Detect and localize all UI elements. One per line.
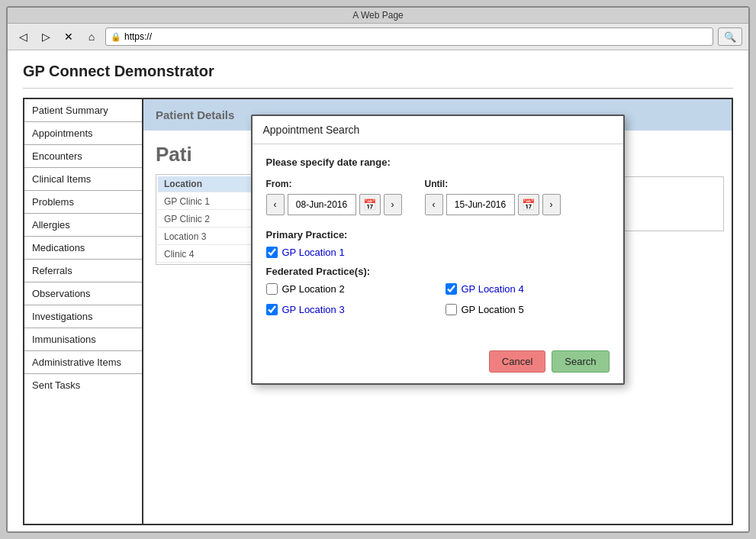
federated-location-2: GP Location 2: [266, 283, 430, 295]
modal-title: Appointment Search: [253, 116, 623, 144]
federated-location-4: GP Location 4: [446, 283, 610, 295]
until-next-button[interactable]: ›: [542, 194, 561, 215]
until-date-input[interactable]: [446, 194, 515, 215]
from-label: From:: [266, 179, 402, 189]
primary-location-item: GP Location 1: [266, 247, 610, 258]
main-area: Patient Details Pati Location GP Clinic …: [143, 98, 733, 525]
close-button[interactable]: ✕: [60, 27, 78, 46]
sidebar-item-encounters[interactable]: Encounters: [24, 145, 142, 168]
federated-location-5: GP Location 5: [446, 304, 610, 315]
browser-toolbar: ◁ ▷ ✕ ⌂ 🔒 https:// 🔍: [8, 24, 748, 50]
modal-dialog: Appointment Search Please specify date r…: [251, 115, 625, 385]
back-button[interactable]: ◁: [14, 27, 32, 46]
from-date-controls: ‹ 📅 ›: [266, 194, 402, 215]
primary-practice-label: Primary Practice:: [266, 229, 610, 240]
address-text: https://: [124, 31, 152, 42]
federated-location-4-checkbox[interactable]: [446, 283, 457, 295]
sidebar-item-investigations[interactable]: Investigations: [24, 305, 142, 328]
address-bar[interactable]: 🔒 https://: [105, 27, 713, 46]
until-date-group: Until: ‹ 📅 ›: [425, 179, 561, 215]
sidebar-item-allergies[interactable]: Allergies: [24, 214, 142, 237]
from-prev-button[interactable]: ‹: [266, 194, 285, 215]
home-button[interactable]: ⌂: [82, 27, 101, 46]
sidebar-item-clinical-items[interactable]: Clinical Items: [24, 168, 142, 191]
page-title: A Web Page: [352, 10, 404, 21]
federated-location-4-label: GP Location 4: [462, 283, 524, 295]
cancel-button[interactable]: Cancel: [489, 350, 545, 373]
app-title: GP Connect Demonstrator: [23, 63, 733, 80]
until-calendar-button[interactable]: 📅: [518, 194, 539, 215]
federated-location-5-checkbox[interactable]: [446, 304, 457, 315]
sidebar-item-observations[interactable]: Observations: [24, 282, 142, 305]
sidebar-item-problems[interactable]: Problems: [24, 191, 142, 214]
main-layout: Patient Summary Appointments Encounters …: [23, 98, 733, 525]
until-prev-button[interactable]: ‹: [425, 194, 443, 215]
sidebar: Patient Summary Appointments Encounters …: [23, 98, 143, 525]
forward-button[interactable]: ▷: [37, 27, 55, 46]
until-date-controls: ‹ 📅 ›: [425, 194, 561, 215]
federated-location-5-label: GP Location 5: [462, 304, 524, 315]
browser-titlebar: A Web Page: [8, 8, 748, 24]
federated-location-3-label: GP Location 3: [282, 304, 345, 315]
federated-label: Federated Practice(s):: [266, 266, 610, 277]
sidebar-item-medications[interactable]: Medications: [24, 237, 142, 260]
primary-location-checkbox[interactable]: [266, 247, 278, 258]
federated-location-2-checkbox[interactable]: [266, 283, 278, 295]
sidebar-item-immunisations[interactable]: Immunisations: [24, 328, 142, 351]
federated-location-2-label: GP Location 2: [282, 283, 345, 295]
until-label: Until:: [425, 179, 561, 189]
sidebar-item-sent-tasks[interactable]: Sent Tasks: [24, 374, 142, 396]
federated-grid: GP Location 2 GP Location 4 GP Location …: [266, 283, 610, 320]
from-next-button[interactable]: ›: [384, 194, 402, 215]
from-date-input[interactable]: [288, 194, 356, 215]
browser-window: A Web Page ◁ ▷ ✕ ⌂ 🔒 https:// 🔍 GP Conne…: [6, 6, 750, 533]
page-content: GP Connect Demonstrator Patient Summary …: [8, 50, 748, 531]
federated-location-3: GP Location 3: [266, 304, 430, 315]
modal-body: Please specify date range: From: ‹ 📅: [253, 144, 623, 344]
modal-overlay: Appointment Search Please specify date r…: [143, 99, 732, 524]
federated-location-3-checkbox[interactable]: [266, 304, 278, 315]
modal-footer: Cancel Search: [253, 344, 623, 383]
date-range-row: From: ‹ 📅 ›: [266, 179, 610, 215]
from-calendar-button[interactable]: 📅: [359, 194, 381, 215]
sidebar-item-administrative-items[interactable]: Administrative Items: [24, 351, 142, 374]
browser-search-button[interactable]: 🔍: [718, 27, 742, 46]
search-button[interactable]: Search: [552, 350, 609, 373]
lock-icon: 🔒: [111, 32, 121, 42]
sidebar-item-patient-summary[interactable]: Patient Summary: [24, 99, 142, 122]
app-divider: [23, 88, 733, 89]
sidebar-item-appointments[interactable]: Appointments: [24, 122, 142, 145]
from-date-group: From: ‹ 📅 ›: [266, 179, 402, 215]
modal-instruction: Please specify date range:: [266, 157, 610, 168]
primary-location-label: GP Location 1: [282, 247, 345, 258]
sidebar-item-referrals[interactable]: Referrals: [24, 260, 142, 282]
